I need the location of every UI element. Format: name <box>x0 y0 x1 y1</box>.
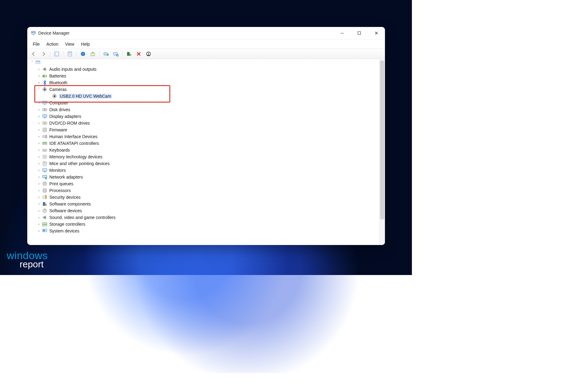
menu-help[interactable]: Help <box>78 41 93 47</box>
vertical-scrollbar[interactable] <box>379 57 385 245</box>
caret-icon[interactable]: › <box>37 229 41 233</box>
menu-view[interactable]: View <box>62 41 77 47</box>
svg-rect-27 <box>46 76 47 77</box>
caret-icon[interactable]: › <box>37 182 41 186</box>
tree-item-computer[interactable]: ›Computer <box>30 100 379 106</box>
tree-item-network-adapters[interactable]: ›Network adapters <box>30 174 379 180</box>
caret-icon[interactable]: › <box>37 202 41 206</box>
menu-bar: File Action View Help <box>27 40 385 49</box>
caret-icon[interactable]: › <box>37 135 41 138</box>
tree-item-cameras[interactable]: ˅Cameras <box>30 86 379 93</box>
tree-item-sound-video-and-game-controllers[interactable]: ›Sound, video and game controllers <box>30 214 379 221</box>
properties-button[interactable] <box>65 50 74 58</box>
tree-item-label: Disk drives <box>49 107 70 112</box>
tree-item-label: Sound, video and game controllers <box>49 215 115 220</box>
enable-device-button[interactable] <box>101 50 111 58</box>
minimize-button[interactable] <box>334 27 351 39</box>
scrollbar-thumb[interactable] <box>380 60 384 220</box>
caret-icon[interactable]: ˅ <box>30 61 34 64</box>
caret-icon[interactable]: › <box>37 121 41 125</box>
menu-file[interactable]: File <box>30 41 43 47</box>
caret-icon[interactable]: ˅ <box>37 88 41 91</box>
caret-icon[interactable]: › <box>37 175 41 179</box>
content-area: ˅›Audio inputs and outputs›Batteries›Blu… <box>27 57 385 245</box>
forward-button[interactable] <box>39 50 48 58</box>
tree-item-memory-technology-devices[interactable]: ›Memory technology devices <box>30 153 379 160</box>
tree-item-security-devices[interactable]: ›Security devices <box>30 194 379 201</box>
caret-icon[interactable]: › <box>37 108 41 111</box>
show-hide-tree-button[interactable] <box>52 50 61 58</box>
caret-icon[interactable]: › <box>37 141 41 145</box>
tree-item-batteries[interactable]: ›Batteries <box>30 73 379 79</box>
tree-item-label: Computer <box>49 100 68 105</box>
caret-icon[interactable]: › <box>37 148 41 152</box>
tree-root[interactable]: ˅ <box>30 59 379 66</box>
tree-item-display-adapters[interactable]: ›Display adapters <box>30 113 379 120</box>
back-button[interactable] <box>29 50 38 58</box>
tree-item-label: Cameras <box>49 87 67 92</box>
tree-item-audio-inputs-and-outputs[interactable]: ›Audio inputs and outputs <box>30 66 379 73</box>
caret-icon[interactable]: › <box>37 168 41 172</box>
menu-action[interactable]: Action <box>43 41 62 47</box>
tree-item-firmware[interactable]: ›Firmware <box>30 126 379 133</box>
tree-item-software-components[interactable]: ›Software components <box>30 201 379 207</box>
tree-item-system-devices[interactable]: ›System devices <box>30 228 379 234</box>
tree-item-disk-drives[interactable]: ›Disk drives <box>30 106 379 113</box>
toolbar-separator <box>76 51 77 57</box>
svg-rect-73 <box>43 223 47 224</box>
update-driver-button[interactable] <box>88 50 97 58</box>
tree-item-label: Keyboards <box>49 148 70 153</box>
scan-hardware-button[interactable] <box>111 50 120 58</box>
toolbar-separator <box>122 51 123 57</box>
tree-item-storage-controllers[interactable]: ›Storage controllers <box>30 221 379 228</box>
uninstall-device-button[interactable] <box>134 50 143 58</box>
add-legacy-hardware-button[interactable] <box>124 50 134 58</box>
caret-icon[interactable]: › <box>37 222 41 226</box>
security-icon <box>42 194 47 200</box>
caret-icon[interactable]: › <box>37 128 41 132</box>
tree-item-print-queues[interactable]: ›Print queues <box>30 180 379 187</box>
close-button[interactable] <box>368 27 385 39</box>
caret-icon[interactable]: › <box>37 81 41 85</box>
caret-icon[interactable]: › <box>37 162 41 165</box>
tree-item-software-devices[interactable]: ›Software devices <box>30 207 379 214</box>
tree-item-monitors[interactable]: ›Monitors <box>30 167 379 174</box>
disable-device-button[interactable] <box>144 50 153 58</box>
caret-icon[interactable]: › <box>37 74 41 78</box>
svg-rect-50 <box>43 150 44 150</box>
title-bar[interactable]: Device Manager <box>27 27 385 40</box>
hid-icon <box>42 134 47 139</box>
caret-icon[interactable]: › <box>37 209 41 213</box>
tree-item-usb2-0-hd-uvc-webcam[interactable]: USB2.0 HD UVC WebCam <box>30 93 379 100</box>
svg-rect-46 <box>46 135 47 138</box>
caret-icon[interactable]: › <box>37 115 41 118</box>
svg-rect-57 <box>43 168 47 171</box>
svg-rect-34 <box>54 94 55 94</box>
device-tree[interactable]: ˅›Audio inputs and outputs›Batteries›Blu… <box>27 57 379 245</box>
caret-icon[interactable]: › <box>37 155 41 159</box>
svg-rect-9 <box>69 52 71 53</box>
caret-icon[interactable]: › <box>37 216 41 219</box>
tree-item-ide-ata-atapi-controllers[interactable]: ›IDE ATA/ATAPI controllers <box>30 140 379 147</box>
svg-rect-25 <box>43 68 44 70</box>
tree-item-processors[interactable]: ›Processors <box>30 187 379 194</box>
mouse-icon <box>42 161 47 166</box>
svg-text:?: ? <box>82 52 84 56</box>
caret-icon[interactable]: › <box>37 101 41 105</box>
caret-icon[interactable]: › <box>37 195 41 199</box>
tree-item-keyboards[interactable]: ›Keyboards <box>30 147 379 153</box>
tree-item-mice-and-other-pointing-devices[interactable]: ›Mice and other pointing devices <box>30 160 379 167</box>
caret-icon[interactable]: › <box>37 67 41 71</box>
tree-item-human-interface-devices[interactable]: ›Human Interface Devices <box>30 133 379 140</box>
printer-icon <box>42 181 47 187</box>
svg-point-38 <box>44 109 46 111</box>
svg-rect-36 <box>44 104 46 105</box>
caret-icon[interactable]: › <box>37 189 41 192</box>
tree-item-dvd-cd-rom-drives[interactable]: ›DVD/CD-ROM drives <box>30 120 379 126</box>
maximize-button[interactable] <box>351 27 368 39</box>
tree-item-bluetooth[interactable]: ›Bluetooth <box>30 79 379 86</box>
firmware-icon <box>42 127 47 133</box>
help-button[interactable]: ? <box>78 50 88 58</box>
svg-rect-55 <box>44 156 46 157</box>
speaker-icon <box>42 66 47 72</box>
